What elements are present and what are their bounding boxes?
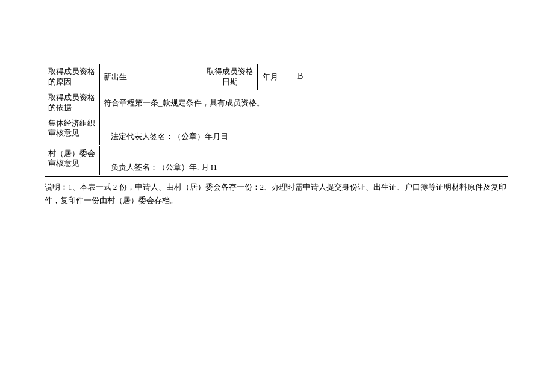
value-basis: 符合章程第一条_款规定条件，具有成员资格。 — [100, 90, 508, 116]
form-table: 取得成员资格的原因 新出生 取得成员资格日期 年月 B 取得成员资格的依据 符合… — [45, 64, 508, 177]
value-reason: 新出生 — [100, 64, 202, 90]
value-village-opinion: 负责人签名：（公章）年. 月 I1 — [100, 146, 508, 176]
value-org-opinion: 法定代表人签名：（公章）年月日 — [100, 116, 508, 146]
date-mark: B — [297, 71, 303, 82]
label-org-opinion: 集体经济组织审核意见 — [45, 116, 100, 145]
label-village-opinion: 村（居）委会审核意见 — [45, 146, 100, 175]
label-date: 取得成员资格日期 — [202, 64, 258, 90]
row-reason: 取得成员资格的原因 新出生 取得成员资格日期 年月 B — [45, 64, 508, 90]
date-text: 年月 — [263, 72, 278, 82]
row-basis: 取得成员资格的依据 符合章程第一条_款规定条件，具有成员资格。 — [45, 90, 508, 116]
label-reason: 取得成员资格的原因 — [45, 64, 100, 90]
label-basis: 取得成员资格的依据 — [45, 90, 100, 116]
note-text: 说明：1、本表一式 2 份，申请人、由村（居）委会各存一份：2、办理时需申请人提… — [45, 181, 520, 207]
row-village-opinion: 村（居）委会审核意见 负责人签名：（公章）年. 月 I1 — [45, 146, 508, 176]
value-date: 年月 B — [258, 64, 508, 90]
row-org-opinion: 集体经济组织审核意见 法定代表人签名：（公章）年月日 — [45, 116, 508, 146]
